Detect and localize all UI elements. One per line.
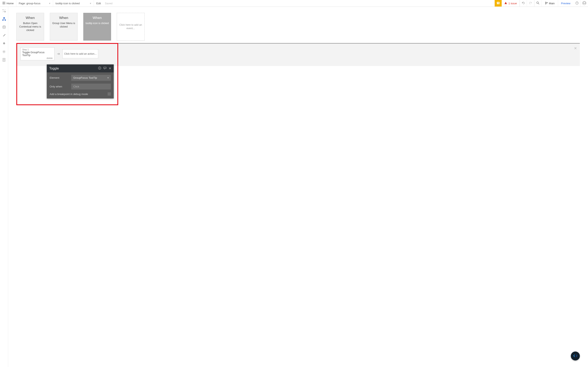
- avatar-icon: [582, 1, 586, 6]
- saved-status: Saved: [103, 0, 114, 7]
- undo-icon: [522, 1, 525, 5]
- help-button[interactable]: ?: [573, 0, 581, 7]
- svg-line-10: [538, 3, 539, 4]
- help-icon: ?: [575, 1, 579, 5]
- svg-rect-1: [4, 2, 5, 3]
- workflow-select[interactable]: tooltip icon is clicked: [53, 0, 94, 7]
- search-icon: [536, 1, 539, 5]
- svg-point-17: [584, 2, 585, 3]
- redo-button[interactable]: [527, 0, 534, 7]
- undo-button[interactable]: [520, 0, 527, 7]
- svg-rect-0: [2, 2, 4, 3]
- gift-button[interactable]: [494, 0, 502, 7]
- gift-icon: [497, 1, 500, 5]
- page-select[interactable]: Page: group-focus: [16, 0, 53, 7]
- svg-rect-6: [498, 2, 498, 4]
- grid-icon: [2, 2, 5, 5]
- svg-point-11: [545, 2, 546, 2]
- chevron-down-icon: [49, 2, 51, 5]
- workflow-select-label: tooltip icon is clicked: [56, 2, 80, 5]
- branch-button[interactable]: Main: [542, 0, 558, 7]
- svg-rect-2: [2, 3, 4, 4]
- warning-icon: [504, 2, 507, 5]
- issues-button[interactable]: 1 issue: [502, 0, 519, 7]
- chevron-down-icon: [90, 2, 91, 5]
- svg-point-12: [545, 3, 546, 4]
- redo-icon: [529, 1, 532, 5]
- branch-label: Main: [549, 2, 555, 5]
- svg-text:?: ?: [576, 2, 577, 4]
- svg-rect-3: [4, 3, 5, 4]
- topbar: Home Page: group-focus tooltip icon is c…: [0, 0, 588, 7]
- svg-point-9: [537, 2, 539, 4]
- home-button[interactable]: Home: [0, 0, 16, 7]
- home-label: Home: [7, 2, 14, 5]
- search-button[interactable]: [534, 0, 542, 7]
- edit-link[interactable]: Edit: [94, 0, 103, 7]
- account-avatar[interactable]: [581, 0, 588, 7]
- branch-icon: [545, 2, 548, 5]
- page-select-label: Page: group-focus: [19, 2, 40, 5]
- issue-count: 1 issue: [508, 2, 517, 5]
- preview-button[interactable]: Preview: [558, 0, 573, 7]
